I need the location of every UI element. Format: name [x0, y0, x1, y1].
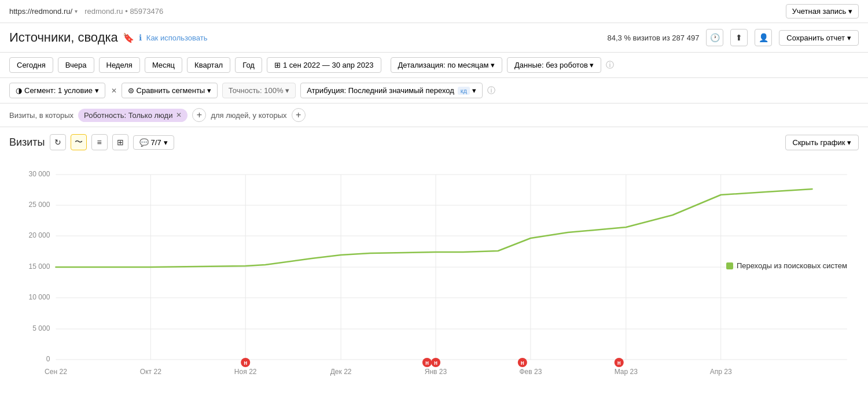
svg-text:н: н — [434, 360, 437, 366]
today-btn[interactable]: Сегодня — [9, 57, 53, 73]
chart-area: 30 000 25 000 20 000 15 000 10 000 5 000… — [9, 157, 859, 377]
info-icon: ℹ — [139, 33, 142, 42]
domain-chevron[interactable]: ▾ — [75, 8, 78, 14]
accuracy-btn[interactable]: Точность: 100% ▾ — [222, 83, 296, 98]
page-header-right: 84,3 % визитов из 287 497 🕐 ⬆ 👤 Сохранит… — [608, 29, 859, 46]
week-btn[interactable]: Неделя — [99, 57, 140, 73]
segment-bar: ◑ Сегмент: 1 условие ▾ ✕ ⊜ Сравнить сегм… — [0, 78, 868, 103]
svg-text:Мар 23: Мар 23 — [615, 368, 638, 376]
quarter-btn[interactable]: Квартал — [187, 57, 230, 73]
svg-text:н: н — [425, 360, 429, 366]
how-to-use-link[interactable]: Как использовать — [146, 34, 208, 42]
clock-icon-btn[interactable]: 🕐 — [706, 29, 723, 46]
series-chevron: ▾ — [164, 138, 168, 147]
hide-chart-btn[interactable]: Скрыть график ▾ — [785, 135, 859, 150]
svg-text:20 000: 20 000 — [29, 231, 50, 239]
page-title: Источники, сводка — [9, 30, 118, 45]
attribution-chevron: ▾ — [472, 86, 476, 95]
detail-btn[interactable]: Детализация: по месяцам ▾ — [391, 57, 502, 73]
segment-label: Сегмент: 1 условие ▾ — [24, 86, 99, 95]
bar-chart-btn[interactable]: ≡ — [91, 134, 108, 150]
user-icon-btn[interactable]: 👤 — [755, 29, 772, 46]
compare-label: Сравнить сегменты ▾ — [137, 86, 211, 95]
save-report-button[interactable]: Сохранить отчет ▾ — [779, 30, 859, 46]
attribution-tag: кд — [458, 87, 470, 95]
share-icon-btn[interactable]: ⬆ — [730, 29, 748, 46]
save-chevron: ▾ — [847, 34, 851, 42]
svg-text:5 000: 5 000 — [32, 324, 50, 332]
attribution-label: Атрибуция: Последний значимый переход — [307, 86, 454, 95]
legend-label: Переходы из поисковых систем — [737, 261, 847, 270]
filter-label: Визиты, в которых — [9, 111, 73, 120]
svg-text:н: н — [617, 360, 621, 366]
svg-text:н: н — [244, 360, 247, 366]
line-chart-btn[interactable]: 〜 — [71, 134, 87, 150]
legend-color — [726, 262, 733, 269]
bookmark-icon[interactable]: 🔖 — [123, 32, 134, 43]
table-btn[interactable]: ⊞ — [112, 134, 128, 150]
chart-section: Визиты ↻ 〜 ≡ ⊞ 💬 7/7 ▾ Скрыть график ▾ — [0, 127, 868, 377]
calendar-icon: ⊞ — [274, 61, 281, 69]
robot-filter-tag: Роботность: Только люди ✕ — [78, 109, 187, 122]
pie-icon: ◑ — [16, 86, 22, 95]
svg-text:10 000: 10 000 — [29, 293, 50, 301]
chart-title: Визиты — [9, 136, 45, 149]
counter-label: redmond.ru • 85973476 — [84, 7, 163, 16]
filter-bar: Визиты, в которых Роботность: Только люд… — [0, 103, 868, 127]
robots-info-icon: ⓘ — [606, 60, 614, 71]
svg-text:Сен 22: Сен 22 — [45, 368, 67, 376]
topbar-left: https://redmond.ru/ ▾ redmond.ru • 85973… — [9, 7, 163, 16]
robot-filter-label: Роботность: Только люди — [84, 111, 172, 120]
svg-text:Дек 22: Дек 22 — [330, 368, 352, 376]
svg-text:Окт 22: Окт 22 — [140, 368, 161, 376]
robot-filter-close[interactable]: ✕ — [176, 111, 182, 119]
svg-text:Фев 23: Фев 23 — [519, 368, 542, 376]
date-range-label: 1 сен 2022 — 30 апр 2023 — [283, 61, 374, 69]
page-header: Источники, сводка 🔖 ℹ Как использовать 8… — [0, 23, 868, 53]
chart-header-left: Визиты ↻ 〜 ≡ ⊞ 💬 7/7 ▾ — [9, 134, 174, 150]
save-report-label: Сохранить отчет — [786, 34, 845, 42]
add-filter-btn-1[interactable]: + — [192, 108, 206, 122]
svg-text:0: 0 — [46, 355, 50, 363]
svg-text:30 000: 30 000 — [29, 170, 50, 178]
topbar: https://redmond.ru/ ▾ redmond.ru • 85973… — [0, 0, 868, 23]
svg-text:н: н — [521, 360, 524, 366]
month-btn[interactable]: Месяц — [145, 57, 182, 73]
svg-text:Апр 23: Апр 23 — [710, 368, 732, 376]
chart-legend: Переходы из поисковых систем — [726, 261, 847, 270]
yesterday-btn[interactable]: Вчера — [58, 57, 94, 73]
svg-text:15 000: 15 000 — [29, 262, 50, 271]
robots-btn[interactable]: Данные: без роботов ▾ — [507, 57, 601, 73]
svg-text:25 000: 25 000 — [29, 201, 50, 209]
attribution-info-icon: ⓘ — [487, 86, 495, 96]
account-button[interactable]: Учетная запись ▾ — [786, 4, 859, 18]
visits-info: 84,3 % визитов из 287 497 — [608, 34, 700, 42]
series-btn[interactable]: 💬 7/7 ▾ — [133, 135, 174, 150]
chart-header: Визиты ↻ 〜 ≡ ⊞ 💬 7/7 ▾ Скрыть график ▾ — [9, 134, 859, 150]
date-bar: Сегодня Вчера Неделя Месяц Квартал Год ⊞… — [0, 53, 868, 78]
segment-btn[interactable]: ◑ Сегмент: 1 условие ▾ — [9, 83, 105, 98]
topbar-right: Учетная запись ▾ — [786, 4, 859, 18]
compare-btn[interactable]: ⊜ Сравнить сегменты ▾ — [122, 83, 218, 98]
refresh-btn[interactable]: ↻ — [50, 134, 66, 150]
domain-label[interactable]: https://redmond.ru/ — [9, 7, 72, 16]
year-btn[interactable]: Год — [235, 57, 262, 73]
page-header-left: Источники, сводка 🔖 ℹ Как использовать — [9, 30, 208, 45]
attribution-btn[interactable]: Атрибуция: Последний значимый переход кд… — [300, 83, 483, 98]
series-icon: 💬 — [139, 138, 149, 147]
series-label: 7/7 — [151, 138, 161, 147]
segment-close-btn[interactable]: ✕ — [111, 87, 117, 95]
compare-icon: ⊜ — [128, 86, 134, 95]
svg-text:Ноя 22: Ноя 22 — [234, 368, 257, 376]
date-range-btn[interactable]: ⊞ 1 сен 2022 — 30 апр 2023 — [267, 57, 381, 73]
for-people-label: для людей, у которых — [211, 111, 286, 120]
svg-text:Янв 23: Янв 23 — [425, 368, 447, 376]
add-filter-btn-2[interactable]: + — [292, 108, 306, 122]
